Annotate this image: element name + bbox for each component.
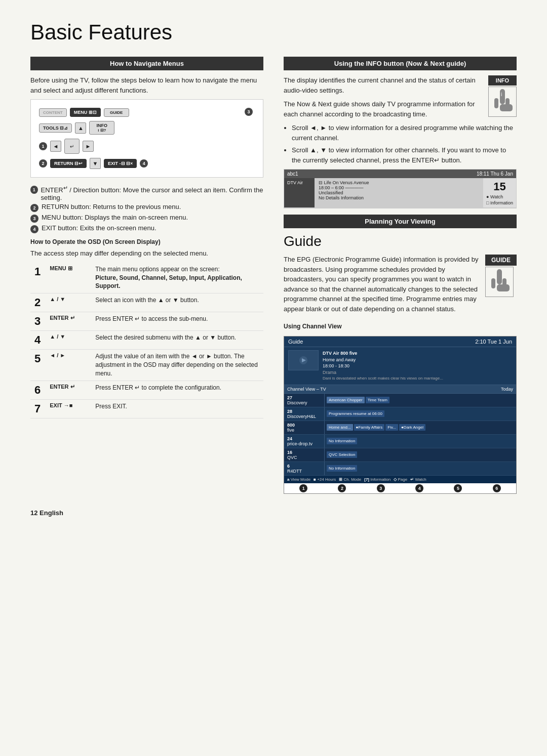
info-screen-mockup: abc1 18:11 Thu 6 Jan DTV Air ⊟ Life On V… <box>284 169 517 208</box>
guide-content: GUIDE The EPG (Electronic Programme Guid… <box>284 255 517 318</box>
info-screen-timestamp: 18:11 Thu 6 Jan <box>477 171 513 177</box>
guide-ch-row-6: 6 R4DTT No Information <box>284 462 516 476</box>
guide-para1: The EPG (Electronic Programme Guide) inf… <box>284 255 517 314</box>
guide-ch-row-1: 27 Discovery American Chopper Time Team <box>284 394 516 407</box>
guide-btn-label: GUIDE <box>485 255 517 266</box>
exit-button-remote: EXIT -⊟ ⊟× <box>104 159 137 168</box>
right-arrow: ► <box>83 141 94 152</box>
guide-today-label: Today <box>501 387 513 392</box>
osd-desc-7: Press EXIT. <box>91 399 263 418</box>
info-info-btn: □ Information <box>486 200 513 205</box>
osd-desc-5: Adjust the value of an item with the ◄ o… <box>91 350 263 381</box>
ann-1-text: ENTER↵ / Direction button: Move the curs… <box>41 185 263 201</box>
guide-ch-16: 16 QVC <box>284 448 325 461</box>
osd-key-5: ◄ / ► <box>46 350 91 381</box>
guide-prog-27: American Chopper Time Team <box>325 394 516 407</box>
guide-ann-6: 6 <box>493 484 501 492</box>
guide-prog-qvc: QVC Selection <box>327 451 357 458</box>
svg-rect-5 <box>497 269 502 284</box>
info-prog-icon: ⊟ Life On Venus Avenue <box>319 180 479 185</box>
osd-row-1: 1 MENU ⊞ The main menu options appear on… <box>30 263 263 293</box>
ann-4-icon: 4 <box>30 225 38 233</box>
guide-prog-dark-angel: ●Dark Angel <box>399 424 425 431</box>
guide-prog-resume: Programmes resume at 06:00 <box>327 410 384 417</box>
info-ch-number: 15 <box>486 180 513 193</box>
osd-key-2: ▲ / ▼ <box>46 293 91 312</box>
page-title: Basic Features <box>30 20 517 45</box>
info-screen-actions: 15 ● Watch □ Information <box>483 178 516 207</box>
annotation-item-4: 4 EXIT button: Exits the on-screen menu. <box>30 224 263 233</box>
guide-button-image: GUIDE <box>485 255 517 297</box>
info-bullet-2: Scroll ▲, ▼ to view information for othe… <box>292 145 517 165</box>
guide-preview-genre: Drama <box>323 369 443 376</box>
ann-3-text: MENU button: Displays the main on-screen… <box>42 214 188 221</box>
annotation-list: 1 ENTER↵ / Direction button: Move the cu… <box>30 185 263 233</box>
osd-step-num-6: 6 <box>30 381 46 399</box>
guide-prog-800: Home and... ●Family Affairs Fiv... ●Dark… <box>325 421 516 434</box>
up-arrow: ▲ <box>75 122 86 134</box>
guide-hand-icon <box>485 267 514 297</box>
guide-ch-row-3: 800 five Home and... ●Family Affairs Fiv… <box>284 421 516 435</box>
annotation-item-3: 3 MENU button: Displays the main on-scre… <box>30 214 263 223</box>
guide-ch-num-800: 800 <box>287 423 321 428</box>
osd-subheading: How to Operate the OSD (On Screen Displa… <box>30 237 263 246</box>
info-button-image: INFO i <box>488 75 517 117</box>
info-para2: The Now & Next guide shows daily TV prog… <box>284 99 517 119</box>
osd-key-6: ENTER ↵ <box>46 381 91 399</box>
osd-step-num-3: 3 <box>30 312 46 331</box>
guide-ch-num-28: 28 <box>287 409 321 414</box>
osd-step-num-4: 4 <box>30 331 46 350</box>
osd-step-num-2: 2 <box>30 293 46 312</box>
guide-ann-3: 3 <box>377 484 385 492</box>
menu-button: MENU ⊞⊡ <box>70 108 101 117</box>
osd-key-7: EXIT →■ <box>46 399 91 418</box>
guide-ch-name-24: price-drop.tv <box>287 441 321 446</box>
guide-prog-fiv: Fiv... <box>385 424 398 431</box>
svg-text:i: i <box>501 92 502 97</box>
info-watch-btn: ● Watch <box>486 194 513 199</box>
guide-ch-name-28: DiscoveryH&L <box>287 414 321 419</box>
osd-key-1: MENU ⊞ <box>46 263 91 293</box>
info-para1: The display identifies the current chann… <box>284 75 517 95</box>
guide-preview: DTV Air 800 five Home and Away 18:00 - 1… <box>284 347 516 385</box>
info-screen-header: abc1 18:11 Thu 6 Jan <box>284 170 516 178</box>
guide-preview-show: Home and Away <box>323 357 443 363</box>
ann-2-text: RETURN button: Returns to the previous m… <box>42 203 181 211</box>
svg-rect-3 <box>500 104 513 111</box>
guide-thumb-image <box>288 350 319 370</box>
osd-desc-6: Press ENTER ↵ to complete the configurat… <box>91 381 263 399</box>
guide-ch-num-24: 24 <box>287 436 321 441</box>
guide-title: Guide <box>284 233 517 249</box>
guide-preview-time: 18:00 - 18:30 <box>323 363 443 369</box>
ann-3-icon: 3 <box>30 215 38 223</box>
annotation-item-1: 1 ENTER↵ / Direction button: Move the cu… <box>30 185 263 201</box>
guide-ch-name-6: R4DTT <box>287 469 321 474</box>
guide-ch-name-27: Discovery <box>287 400 321 405</box>
osd-row-5: 5 ◄ / ► Adjust the value of an item with… <box>30 350 263 381</box>
left-column: How to Navigate Menus Before using the T… <box>30 57 263 494</box>
guide-ch-row-5: 16 QVC QVC Selection <box>284 448 516 462</box>
page-num: 12 <box>30 509 37 517</box>
guide-ch-row-4: 24 price-drop.tv No Information <box>284 435 516 448</box>
guide-prog-family: ●Family Affairs <box>354 424 385 431</box>
info-prog-time: 18:00 – 6:00 ———— <box>319 185 479 190</box>
right-column: Using the INFO button (Now & Next guide)… <box>284 57 517 494</box>
footer-page: ◇ Page <box>394 477 407 482</box>
osd-row-6: 6 ENTER ↵ Press ENTER ↵ to complete the … <box>30 381 263 399</box>
guide-ch-num-27: 27 <box>287 395 321 400</box>
page-number-container: 12 English <box>30 509 517 517</box>
osd-intro: The access step may differ depending on … <box>30 248 263 259</box>
annotation-2-badge: 2 <box>39 159 47 167</box>
guide-screen-title: Guide <box>288 339 303 345</box>
osd-step-num-5: 5 <box>30 350 46 381</box>
guide-channel-view-label: Channel View – TV Today <box>284 385 516 394</box>
guide-ch-num-6: 6 <box>287 464 321 469</box>
ann-1-icon: 1 <box>30 186 38 194</box>
guide-prog-timeteam: Time Team <box>366 397 389 403</box>
osd-row-3: 3 ENTER ↵ Press ENTER ↵ to access the su… <box>30 312 263 331</box>
osd-row-7: 7 EXIT →■ Press EXIT. <box>30 399 263 418</box>
enter-center: ↵ <box>64 139 80 154</box>
guide-ch-name-16: QVC <box>287 455 321 460</box>
navigate-menus-intro: Before using the TV, follow the steps be… <box>30 75 263 95</box>
guide-ann-2: 2 <box>338 484 346 492</box>
